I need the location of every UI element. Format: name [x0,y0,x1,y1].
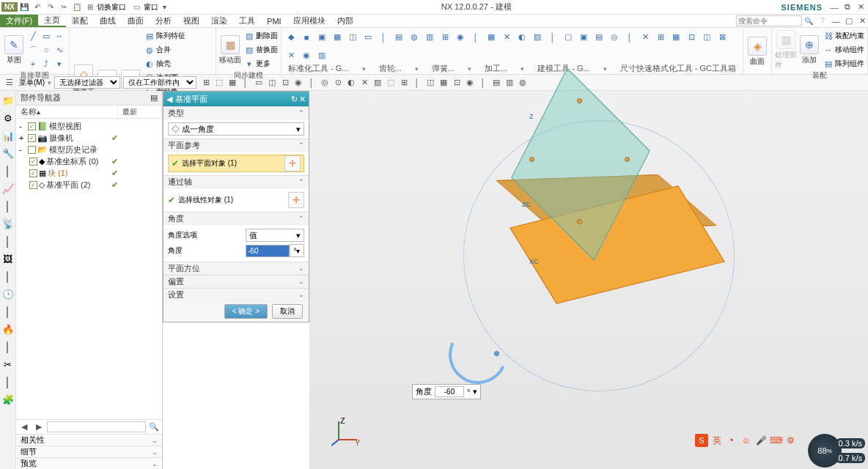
inner-max-icon[interactable]: ▢ [843,16,855,26]
sel-tool-icon[interactable]: ⊡ [450,76,463,89]
nav-find-icon[interactable]: 🔍 [147,421,161,434]
sel-tool-icon[interactable]: ▥ [503,76,516,89]
menu-tab-10[interactable]: 内部 [331,15,359,27]
graphics-viewport[interactable]: Z ZC XC 角度 ° ▾ ZY S 英 • ☺ 🎤 ⌨ ⚙ 88% 0.3 … [309,91,868,469]
resource-icon[interactable]: 🖼 [1,252,15,265]
dim-icon[interactable]: ↔ [53,29,66,43]
search-icon[interactable]: 🔍 [803,15,814,27]
resource-icon[interactable]: 📈 [1,182,15,195]
resource-icon[interactable]: 📡 [1,217,15,230]
menu-file[interactable]: 文件(F) [0,15,38,27]
close-icon[interactable]: ✕ [855,2,867,12]
sel-tool-icon[interactable]: ⬚ [384,76,397,89]
sketch-button[interactable]: ✎草图 [3,35,25,65]
resource-icon[interactable]: 🔥 [1,322,15,336]
menu-tab-6[interactable]: 渲染 [205,15,233,27]
sel-tool-icon[interactable]: │ [411,76,424,89]
tool-icon[interactable]: ▦ [669,31,683,44]
resource-icon[interactable]: 🕒 [1,287,15,300]
copy-icon[interactable]: 📋 [71,1,83,13]
toggle-window-label[interactable]: 切换窗口 [97,2,126,12]
resource-icon[interactable]: │ [1,234,15,248]
menu-tab-5[interactable]: 视图 [177,15,205,27]
feat-合并[interactable]: ◍合并 [143,43,185,56]
tool-icon[interactable]: ■ [300,31,313,44]
plane-handle[interactable] [529,157,534,162]
sync-移动面[interactable]: ▦移动面 [219,35,241,65]
section-type[interactable]: 类型⌃ [163,106,309,119]
asm-处理部件[interactable]: ▥处理部件 [775,30,797,70]
dialog-reset-icon[interactable]: ↻ [291,95,298,104]
tool-icon[interactable]: ✕ [284,48,298,62]
resource-icon[interactable]: 📊 [1,129,15,142]
arc-icon[interactable]: ⌒ [26,43,40,56]
help-icon[interactable]: ❔ [816,15,828,27]
menu-tab-3[interactable]: 曲面 [122,15,150,27]
dialog-header[interactable]: ◀ 基准平面 ↻✕ [163,92,309,106]
sel-tool-icon[interactable]: │ [239,76,252,89]
tree-row[interactable]: ✓◇基准平面 (2)✔ [16,179,162,191]
nav-section-detail[interactable]: 细节⌄ [16,446,162,457]
view-triad[interactable]: ZY [331,418,361,447]
tool-icon[interactable]: ⊠ [716,31,729,44]
sel-tool-icon[interactable]: ⊞ [199,76,213,89]
rect-icon[interactable]: ▭ [40,29,53,43]
ribbon-label[interactable]: 标准化工具 - G... [288,63,349,74]
ribbon-label[interactable]: 弹簧... [432,63,455,74]
resource-icon[interactable]: ✂ [1,358,15,371]
asm-移动组件[interactable]: ↔移动组件 [822,43,864,56]
angle-unit[interactable]: °▾ [290,244,304,257]
nav-section-preview[interactable]: 预览⌄ [16,457,162,469]
tool-icon[interactable]: ◐ [515,31,529,44]
menu-label[interactable]: 菜单(M) [19,78,45,88]
tool-icon[interactable]: ▤ [392,31,405,44]
tool-icon[interactable]: ▥ [315,48,328,62]
sel-tool-icon[interactable]: ◐ [345,76,358,89]
scope-filter[interactable]: 仅在工作部件内 [123,76,196,89]
sel-tool-icon[interactable]: ◫ [424,76,437,89]
menu-tab-2[interactable]: 曲线 [94,15,122,27]
selection-filter[interactable]: 无选择过滤器 [54,76,120,89]
dialog-back-icon[interactable]: ◀ [166,95,172,104]
cancel-button[interactable]: 取消 [272,304,303,319]
tree-row[interactable]: -✓📗模型视图 [16,120,162,132]
surface-button[interactable]: ◈曲面 [746,37,768,67]
select-face-row[interactable]: ✔选择平面对象 (1)✛ [168,155,304,172]
undo-icon[interactable]: ↶ [32,1,43,13]
nav-fwd-icon[interactable]: ▶ [32,421,45,434]
point-icon[interactable]: + [26,57,40,70]
ime-set-icon[interactable]: ⚙ [784,435,796,446]
nav-section-related[interactable]: 相关性⌄ [16,434,162,446]
sel-tool-icon[interactable]: ▨ [371,76,384,89]
col-latest[interactable]: 最新 [118,106,162,118]
redo-icon[interactable]: ↷ [45,1,56,13]
sel-tool-icon[interactable]: ◉ [463,76,477,89]
asm-阵列组件[interactable]: ▤阵列组件 [822,57,864,70]
tool-icon[interactable]: ▦ [331,31,344,44]
resource-icon[interactable]: │ [1,340,15,353]
menu-tab-8[interactable]: PMI [261,15,287,27]
navigator-search-input[interactable] [47,421,146,432]
feat-阵列特征[interactable]: ▤阵列特征 [143,29,185,43]
sel-tool-icon[interactable]: ◎ [318,76,331,89]
col-name[interactable]: 名称 ▴ [16,106,118,118]
tool-icon[interactable]: ◉ [454,31,467,44]
tool-icon[interactable]: ▣ [315,31,328,44]
tool-icon[interactable]: ▦ [485,31,498,44]
resource-icon[interactable]: 📁 [1,94,15,107]
tool-icon[interactable]: ✕ [500,31,513,44]
sel-tool-icon[interactable]: ◍ [516,76,529,89]
tool-icon[interactable]: ▥ [423,31,436,44]
tool-icon[interactable]: │ [377,31,390,44]
ime-mic-icon[interactable]: 🎤 [755,435,767,446]
tool-icon[interactable]: ▭ [361,31,375,44]
inner-min-icon[interactable]: — [830,16,842,26]
resource-icon[interactable]: 🧩 [1,393,15,406]
minimize-icon[interactable]: — [828,2,840,12]
menu-tab-4[interactable]: 分析 [150,15,177,27]
sync-删除面[interactable]: ▧删除面 [243,29,278,43]
tree-row[interactable]: -📂模型历史记录 [16,144,162,155]
tool-icon[interactable]: ▣ [577,31,590,44]
tool-icon[interactable]: │ [623,31,636,44]
asm-装配约束[interactable]: ⛓装配约束 [822,29,864,43]
